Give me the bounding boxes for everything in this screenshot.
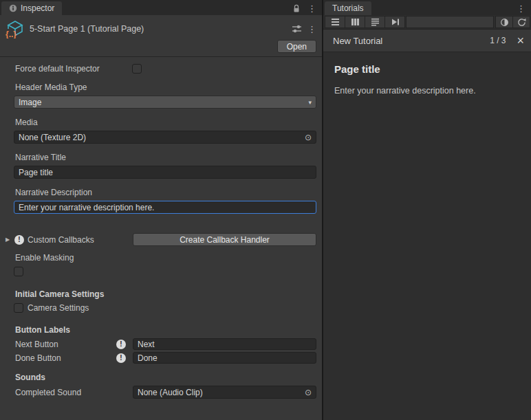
camera-settings-checkbox[interactable] [14, 303, 23, 313]
completed-sound-object-field[interactable]: None (Audio Clip) ⊙ [133, 386, 316, 399]
svg-text:{..}: {..} [6, 30, 17, 38]
header-media-type-label: Header Media Type [15, 82, 322, 92]
done-button-row: Done Button ! [15, 352, 316, 364]
narrative-title-input[interactable] [19, 168, 312, 177]
lock-icon[interactable] [292, 4, 301, 13]
next-button-label: Next Button [15, 340, 116, 349]
text-lines-icon [371, 18, 380, 26]
warning-icon: ! [116, 353, 126, 363]
narrative-description-input[interactable] [19, 203, 312, 212]
narrative-title-field[interactable] [14, 166, 316, 179]
inspector-strip-icons: ⋮ [292, 4, 322, 15]
unity-editor-window: Inspector ⋮ {..} 5-Start [0, 0, 531, 420]
chevron-down-icon: ▾ [308, 99, 312, 106]
next-button-input[interactable] [138, 340, 312, 349]
tutorial-header: New Tutorial 1 / 3 × [323, 30, 531, 52]
inspector-menu-icon[interactable]: ⋮ [307, 4, 316, 13]
tutorials-panel: Tutorials ⋮ [323, 0, 531, 420]
header-media-type-value: Image [19, 98, 41, 107]
warning-icon: ! [116, 340, 126, 349]
tutorial-content: Page title Enter your narrative descript… [323, 52, 531, 420]
tutorial-column-view-button[interactable] [345, 16, 365, 28]
info-icon [9, 4, 17, 12]
media-object-value: None (Texture 2D) [19, 133, 86, 142]
media-object-field[interactable]: None (Texture 2D) ⊙ [14, 131, 316, 144]
warning-icon: ! [14, 235, 24, 245]
inspector-panel: Inspector ⋮ {..} 5-Start [0, 0, 323, 420]
scriptable-object-icon: {..} [6, 20, 24, 38]
custom-callbacks-label: Custom Callbacks [28, 235, 94, 245]
inspector-tabstrip: Inspector ⋮ [0, 0, 322, 15]
custom-callbacks-row: ▶ ! Custom Callbacks Create Callback Han… [4, 233, 316, 246]
sounds-header: Sounds [15, 373, 322, 382]
page-indicator: 1 / 3 [490, 36, 506, 45]
tutorials-menu-icon[interactable]: ⋮ [517, 4, 525, 13]
force-default-label: Force default Inspector [15, 64, 132, 74]
masking-preview-button[interactable] [495, 16, 513, 28]
enable-masking-label: Enable Masking [15, 253, 322, 263]
completed-sound-row: Completed Sound None (Audio Clip) ⊙ [15, 386, 316, 399]
tutorials-toolbar [323, 15, 531, 30]
header-media-type-dropdown[interactable]: Image ▾ [14, 96, 316, 109]
done-button-field[interactable] [133, 352, 316, 364]
tutorials-strip-icons: ⋮ [517, 4, 531, 15]
list-view-icon [331, 18, 340, 26]
force-default-row: Force default Inspector [15, 63, 316, 74]
initial-camera-settings-header: Initial Camera Settings [15, 289, 322, 299]
tutorial-list-view-button[interactable] [325, 16, 345, 28]
tab-inspector-label: Inspector [21, 3, 54, 13]
tutorial-text-view-button[interactable] [365, 16, 385, 28]
custom-callbacks-foldout[interactable]: ▶ ! Custom Callbacks [4, 235, 133, 245]
open-button-row: Open [6, 40, 316, 53]
tab-inspector[interactable]: Inspector [1, 1, 62, 15]
completed-sound-value: None (Audio Clip) [138, 388, 203, 397]
asset-menu-icon[interactable]: ⋮ [307, 25, 316, 34]
foldout-arrow-icon[interactable]: ▶ [4, 236, 11, 243]
button-labels-header: Button Labels [15, 325, 322, 335]
reload-tutorial-button[interactable] [512, 16, 530, 28]
narrative-title-label: Narrative Title [15, 153, 322, 162]
skip-to-end-button[interactable] [384, 16, 405, 28]
next-button-row: Next Button ! [15, 338, 316, 350]
tab-tutorials[interactable]: Tutorials [325, 1, 371, 15]
asset-title-row: {..} 5-Start Page 1 (Tutorial Page) ⋮ [6, 20, 316, 38]
tutorial-page-title: Page title [334, 63, 520, 75]
tab-tutorials-label: Tutorials [332, 3, 364, 13]
tutorial-page-description: Enter your narrative description here. [334, 86, 520, 96]
create-callback-handler-button[interactable]: Create Callback Handler [133, 233, 316, 246]
object-picker-icon[interactable]: ⊙ [301, 388, 312, 397]
inspector-body: Force default Inspector Header Media Typ… [0, 57, 322, 420]
refresh-icon [517, 18, 526, 27]
done-button-label: Done Button [15, 353, 116, 363]
open-button[interactable]: Open [277, 40, 316, 53]
camera-settings-row: Camera Settings [14, 302, 322, 313]
masking-preview-icon [500, 18, 509, 27]
done-button-input[interactable] [138, 353, 312, 363]
inspector-header: {..} 5-Start Page 1 (Tutorial Page) ⋮ Op… [0, 15, 322, 57]
close-icon[interactable]: × [517, 34, 524, 47]
presets-icon[interactable] [292, 24, 302, 34]
media-label: Media [15, 118, 322, 127]
tutorials-tabstrip: Tutorials ⋮ [323, 0, 531, 15]
narrative-description-field[interactable] [14, 201, 316, 214]
skip-to-end-icon [391, 18, 400, 26]
toolbar-spacer [406, 16, 494, 28]
enable-masking-checkbox[interactable] [14, 267, 23, 276]
tutorial-title: New Tutorial [333, 36, 490, 46]
force-default-checkbox[interactable] [132, 64, 142, 74]
camera-settings-label: Camera Settings [28, 303, 89, 313]
narrative-description-label: Narrative Description [15, 188, 322, 197]
next-button-field[interactable] [133, 338, 316, 350]
object-picker-icon[interactable]: ⊙ [301, 133, 312, 142]
completed-sound-label: Completed Sound [15, 388, 133, 397]
asset-title: 5-Start Page 1 (Tutorial Page) [30, 24, 286, 34]
column-view-icon [351, 18, 360, 26]
